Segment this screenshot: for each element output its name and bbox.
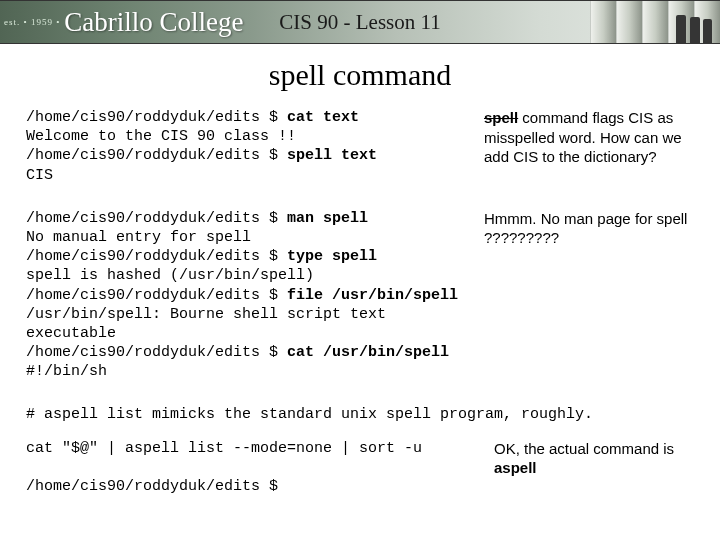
- example-row-2: /home/cis90/roddyduk/edits $ man spell N…: [26, 209, 694, 382]
- command: cat text: [287, 109, 359, 126]
- logo-text: Cabrillo College: [64, 9, 243, 36]
- output-line: CIS: [26, 167, 53, 184]
- command: man spell: [287, 210, 368, 227]
- slide-content: /home/cis90/roddyduk/edits $ cat text We…: [0, 108, 720, 496]
- script-comment: # aspell list mimicks the standard unix …: [26, 405, 694, 424]
- example-row-1: /home/cis90/roddyduk/edits $ cat text We…: [26, 108, 694, 185]
- prompt: /home/cis90/roddyduk/edits $: [26, 248, 287, 265]
- output-line: No manual entry for spell: [26, 229, 251, 246]
- prompt: /home/cis90/roddyduk/edits $: [26, 287, 287, 304]
- output-line: spell is hashed (/usr/bin/spell): [26, 267, 314, 284]
- output-line: /usr/bin/spell: Bourne shell script text…: [26, 306, 395, 342]
- banner-title: CIS 90 - Lesson 11: [279, 10, 440, 35]
- output-line: Welcome to the CIS 90 class !!: [26, 128, 296, 145]
- slide-title: spell command: [0, 58, 720, 92]
- command: file /usr/bin/spell: [287, 287, 458, 304]
- header-banner: est. • 1959 • Cabrillo College CIS 90 - …: [0, 0, 720, 44]
- pillar-art: [590, 1, 720, 43]
- command: type spell: [287, 248, 377, 265]
- prompt: /home/cis90/roddyduk/edits $: [26, 147, 287, 164]
- prompt: /home/cis90/roddyduk/edits $: [26, 344, 287, 361]
- prompt: /home/cis90/roddyduk/edits $: [26, 109, 287, 126]
- est-text: est. • 1959 •: [4, 17, 60, 27]
- command: cat /usr/bin/spell: [287, 344, 449, 361]
- terminal-block-1: /home/cis90/roddyduk/edits $ cat text We…: [26, 108, 460, 185]
- prompt: /home/cis90/roddyduk/edits $: [26, 210, 287, 227]
- output-line: #!/bin/sh: [26, 363, 107, 380]
- script-line: cat "$@" | aspell list --mode=none | sor…: [26, 440, 422, 457]
- command: spell text: [287, 147, 377, 164]
- prompt: /home/cis90/roddyduk/edits $: [26, 478, 278, 495]
- aside-note-2: Hmmm. No man page for spell ?????????: [484, 209, 694, 248]
- aside-note-3: OK, the actual command is aspell: [494, 439, 694, 478]
- strikethrough-word: spell: [484, 109, 518, 126]
- emphasized-word: aspell: [494, 459, 537, 476]
- terminal-block-3: cat "$@" | aspell list --mode=none | sor…: [26, 439, 470, 497]
- terminal-block-2: /home/cis90/roddyduk/edits $ man spell N…: [26, 209, 460, 382]
- aside-note-1: spell command flags CIS as misspelled wo…: [484, 108, 694, 167]
- example-row-3: cat "$@" | aspell list --mode=none | sor…: [26, 439, 694, 497]
- note-text: OK, the actual command is: [494, 440, 674, 457]
- college-logo: est. • 1959 • Cabrillo College: [0, 9, 244, 36]
